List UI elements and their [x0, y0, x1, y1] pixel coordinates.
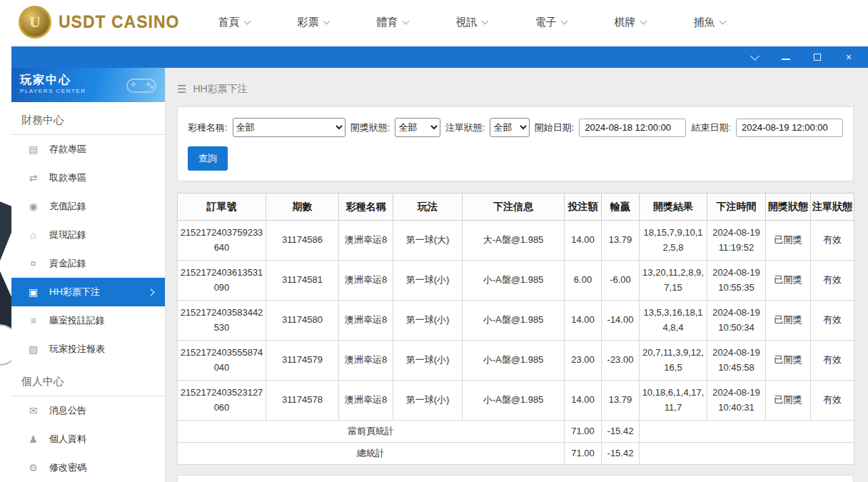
- close-icon: ×: [846, 52, 852, 62]
- sidebar-item-deposit[interactable]: ▤ 存款專區: [11, 135, 165, 164]
- hamburger-menu-icon[interactable]: ☰: [177, 83, 186, 96]
- sidebar-item-funds-records[interactable]: ¤ 資金記錄: [11, 249, 165, 278]
- sidebar-item-label: 提現記錄: [49, 229, 86, 241]
- nav-item-label: 體育: [376, 16, 398, 29]
- sidebar-header: 玩家中心 PLAYERS CENTER: [11, 68, 165, 102]
- cell-bet-amount: 23.00: [565, 341, 602, 381]
- sidebar-item-label: HH彩票下注: [49, 286, 100, 298]
- cell-draw-result: 13,20,11,2,8,9,7,15: [640, 261, 707, 301]
- cell-winloss: -6.00: [602, 261, 640, 301]
- window-close-button[interactable]: ×: [844, 52, 854, 62]
- table-header-row: 訂單號 期數 彩種名稱 玩法 下注信息 投注額 輸贏 開獎結果 下注時間 開: [178, 194, 854, 221]
- sidebar-item-room-bet-records[interactable]: ≡ 廳室投註記錄: [11, 306, 165, 335]
- site-logo[interactable]: U USDT CASINO: [19, 6, 179, 39]
- sidebar-item-hh-lottery-bets[interactable]: ▣ HH彩票下注: [11, 278, 165, 306]
- floating-bubble-edge: [0, 324, 11, 366]
- sidebar-item-recharge-records[interactable]: ◉ 充值記錄: [11, 192, 165, 221]
- col-header-winloss: 輸贏: [602, 194, 640, 221]
- search-button[interactable]: 查詢: [188, 146, 228, 171]
- window-maximize-button[interactable]: [812, 52, 822, 62]
- cell-bet-info: 小-A盤@1.985: [463, 301, 565, 341]
- gear-icon: ⚙: [27, 462, 39, 473]
- chevron-down-icon: [720, 18, 727, 25]
- cell-period: 31174579: [266, 341, 339, 381]
- nav-item-sports[interactable]: 體育: [376, 16, 408, 29]
- cell-play-type: 第一球(小): [393, 301, 463, 341]
- col-header-bet-amount: 投注額: [565, 194, 602, 221]
- sidebar-item-label: 修改密碼: [49, 461, 86, 474]
- cell-period: 31174586: [266, 221, 339, 261]
- col-header-bet-info: 下注信息: [463, 194, 565, 221]
- cell-bet-time: 2024-08-19 10:40:31: [707, 381, 766, 421]
- sidebar-item-label: 存款專區: [49, 143, 86, 156]
- summary-winloss-total: -15.42: [602, 443, 640, 465]
- window-collapse-button[interactable]: [750, 52, 760, 62]
- summary-row-total: 總統計 71.00 -15.42: [178, 443, 854, 465]
- cell-bet-info: 小-A盤@1.985: [463, 341, 565, 381]
- cell-order-no: 2152172403613531090: [178, 261, 266, 301]
- window-titlebar: ×: [11, 46, 868, 68]
- cell-lottery-name: 澳洲幸运8: [339, 221, 393, 261]
- nav-item-slots[interactable]: 電子: [535, 16, 567, 29]
- chevron-down-icon: [750, 51, 760, 61]
- sidebar-item-change-password[interactable]: ⚙ 修改密碼: [11, 453, 165, 482]
- cell-bet-amount: 14.00: [565, 381, 602, 421]
- col-header-lottery-name: 彩種名稱: [339, 194, 393, 221]
- withdraw-icon: ⇄: [27, 172, 39, 184]
- summary-bet-total: 71.00: [565, 421, 602, 443]
- nav-item-label: 視訊: [455, 16, 477, 29]
- cell-bet-time: 2024-08-19 10:45:58: [707, 341, 766, 381]
- sidebar-item-withdrawal-records[interactable]: ⌂ 提現記錄: [11, 221, 165, 249]
- end-date-label: 結束日期:: [691, 121, 731, 134]
- background-shape: [0, 249, 11, 336]
- table-row: 2152172403583442530 31174580 澳洲幸运8 第一球(小…: [178, 301, 854, 341]
- sidebar-item-label: 資金記錄: [49, 257, 86, 270]
- room-bet-record-icon: ≡: [27, 315, 39, 326]
- sidebar-item-player-bet-report[interactable]: ▨ 玩家投注報表: [11, 335, 165, 363]
- nav-item-label: 捕魚: [693, 16, 715, 29]
- recharge-record-icon: ◉: [27, 201, 39, 212]
- cell-period: 31174581: [266, 261, 339, 301]
- bets-table-card: 訂單號 期數 彩種名稱 玩法 下注信息 投注額 輸贏 開獎結果 下注時間 開: [177, 193, 854, 465]
- cell-order-status: 有效: [811, 221, 854, 261]
- nav-item-lottery[interactable]: 彩票: [297, 16, 329, 29]
- nav-item-home[interactable]: 首頁: [218, 16, 250, 29]
- gamepad-icon: [125, 74, 158, 95]
- col-header-order-no: 訂單號: [178, 194, 266, 221]
- cell-order-status: 有效: [811, 261, 854, 301]
- chevron-down-icon: [323, 18, 330, 25]
- lottery-name-select[interactable]: 全部: [233, 118, 345, 137]
- start-date-input[interactable]: [579, 119, 686, 137]
- page-body: × 玩家中心 PLAYERS CENTER 財: [0, 44, 868, 482]
- chevron-down-icon: [561, 18, 568, 25]
- cell-draw-result: 20,7,11,3,9,12,16,5: [640, 341, 707, 381]
- table-row: 2152172403759233640 31174586 澳洲幸运8 第一球(大…: [178, 221, 854, 261]
- funds-record-icon: ¤: [27, 258, 39, 269]
- cell-order-no: 2152172403555874040: [178, 341, 266, 381]
- summary-label: 當前頁統計: [178, 421, 565, 443]
- start-date-label: 開始日期:: [535, 121, 575, 134]
- cell-bet-info: 小-A盤@1.985: [463, 381, 565, 421]
- person-icon: ♟: [27, 433, 39, 445]
- cell-draw-result: 13,5,3,16,18,14,8,4: [640, 301, 707, 341]
- sidebar: 玩家中心 PLAYERS CENTER 財務中心 ▤ 存款專區: [11, 68, 166, 482]
- cell-order-no: 2152172403583442530: [178, 301, 266, 341]
- sidebar-section-personal: 個人中心: [11, 363, 165, 396]
- sidebar-item-withdraw[interactable]: ⇄ 取款專區: [11, 164, 165, 192]
- cell-lottery-name: 澳洲幸运8: [339, 301, 393, 341]
- sidebar-item-announcements[interactable]: ✉ 消息公告: [11, 396, 165, 425]
- draw-status-select[interactable]: 全部: [395, 118, 440, 137]
- nav-item-live[interactable]: 視訊: [455, 16, 488, 29]
- order-status-select[interactable]: 全部: [490, 118, 529, 137]
- background-shape: [0, 200, 11, 266]
- end-date-input[interactable]: [736, 119, 843, 137]
- sidebar-item-profile[interactable]: ♟ 個人資料: [11, 425, 165, 453]
- cell-bet-amount: 6.00: [565, 261, 602, 301]
- sidebar-item-label: 充值記錄: [49, 200, 86, 213]
- chevron-down-icon: [403, 18, 410, 25]
- nav-item-fishing[interactable]: 捕魚: [693, 16, 725, 29]
- nav-item-label: 電子: [535, 16, 556, 29]
- window-minimize-button[interactable]: [781, 52, 791, 62]
- cell-order-status: 有效: [811, 381, 854, 421]
- nav-item-cards[interactable]: 棋牌: [614, 16, 646, 29]
